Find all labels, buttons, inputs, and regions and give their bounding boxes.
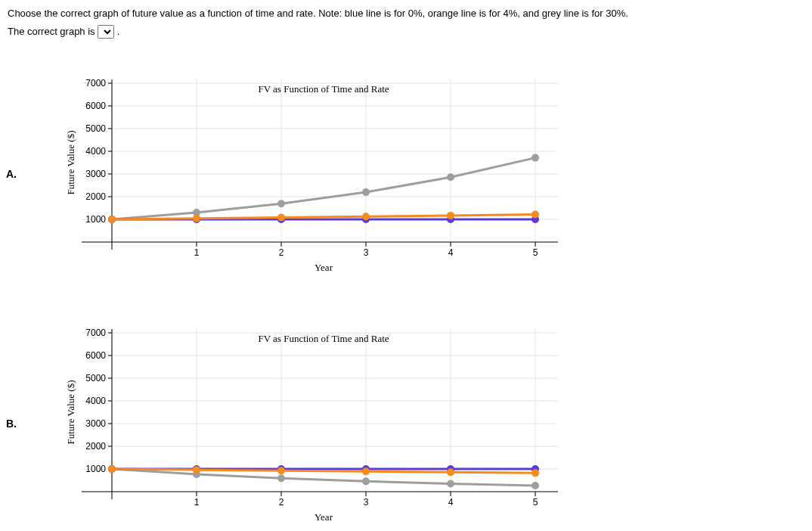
- svg-text:2000: 2000: [85, 191, 106, 202]
- svg-point-55: [193, 215, 200, 222]
- svg-text:2: 2: [279, 247, 284, 258]
- svg-point-118: [447, 468, 454, 476]
- svg-point-54: [108, 216, 116, 223]
- svg-text:1: 1: [194, 247, 200, 258]
- svg-text:FV as Function of Time and Rat: FV as Function of Time and Rate: [258, 333, 389, 344]
- chart-b: 100020003000400050006000700012345FV as F…: [51, 318, 566, 529]
- svg-text:2: 2: [279, 497, 284, 508]
- svg-point-47: [532, 154, 539, 162]
- answer-line: The correct graph is .: [8, 25, 804, 39]
- svg-text:4000: 4000: [85, 396, 106, 406]
- svg-text:3000: 3000: [85, 418, 106, 429]
- svg-text:5: 5: [533, 247, 538, 258]
- svg-text:1000: 1000: [85, 214, 106, 225]
- svg-text:1: 1: [194, 497, 200, 508]
- svg-point-117: [362, 467, 370, 475]
- svg-point-119: [532, 469, 539, 477]
- svg-point-107: [532, 482, 539, 489]
- svg-text:4: 4: [448, 247, 454, 258]
- svg-point-46: [447, 173, 454, 181]
- svg-text:4000: 4000: [85, 146, 106, 157]
- svg-text:2000: 2000: [85, 441, 106, 452]
- svg-text:5000: 5000: [85, 373, 106, 384]
- svg-text:5000: 5000: [85, 123, 106, 134]
- answer-prefix: The correct graph is: [8, 26, 95, 37]
- chart-row-b: B. 100020003000400050006000700012345FV a…: [0, 310, 566, 531]
- chart-row-a: A. 100020003000400050006000700012345FV a…: [0, 61, 566, 287]
- svg-text:FV as Function of Time and Rat: FV as Function of Time and Rate: [258, 83, 389, 95]
- chart-a-svg: 100020003000400050006000700012345FV as F…: [51, 68, 566, 280]
- svg-text:Year: Year: [315, 511, 333, 523]
- svg-point-57: [362, 213, 370, 220]
- chart-a: 100020003000400050006000700012345FV as F…: [51, 68, 566, 280]
- svg-text:3000: 3000: [85, 169, 106, 179]
- chart-b-svg: 100020003000400050006000700012345FV as F…: [51, 318, 566, 529]
- svg-text:6000: 6000: [85, 101, 106, 111]
- svg-text:3: 3: [364, 497, 369, 508]
- svg-point-116: [277, 467, 285, 474]
- option-label-b: B.: [0, 418, 51, 430]
- svg-text:7000: 7000: [85, 328, 106, 338]
- answer-select[interactable]: [98, 25, 114, 39]
- svg-point-59: [532, 210, 539, 218]
- svg-text:Future Value ($): Future Value ($): [65, 131, 76, 195]
- svg-text:4: 4: [448, 497, 454, 508]
- option-label-a: A.: [0, 168, 51, 180]
- svg-text:5: 5: [533, 497, 538, 508]
- svg-point-115: [193, 466, 200, 474]
- svg-text:7000: 7000: [85, 78, 106, 88]
- charts-area: A. 100020003000400050006000700012345FV a…: [0, 61, 566, 531]
- svg-text:Future Value ($): Future Value ($): [65, 380, 76, 445]
- svg-point-58: [447, 212, 454, 219]
- svg-point-44: [277, 200, 285, 207]
- svg-text:3: 3: [364, 247, 369, 258]
- svg-point-56: [277, 214, 285, 222]
- svg-point-104: [277, 474, 285, 482]
- svg-text:6000: 6000: [85, 350, 106, 361]
- svg-point-114: [108, 465, 116, 473]
- question-prompt: Choose the correct graph of future value…: [8, 8, 804, 19]
- svg-point-45: [362, 188, 370, 196]
- answer-suffix: .: [117, 26, 120, 37]
- svg-text:Year: Year: [315, 262, 333, 273]
- svg-point-105: [362, 477, 370, 485]
- svg-text:1000: 1000: [85, 464, 106, 474]
- svg-point-106: [447, 480, 454, 488]
